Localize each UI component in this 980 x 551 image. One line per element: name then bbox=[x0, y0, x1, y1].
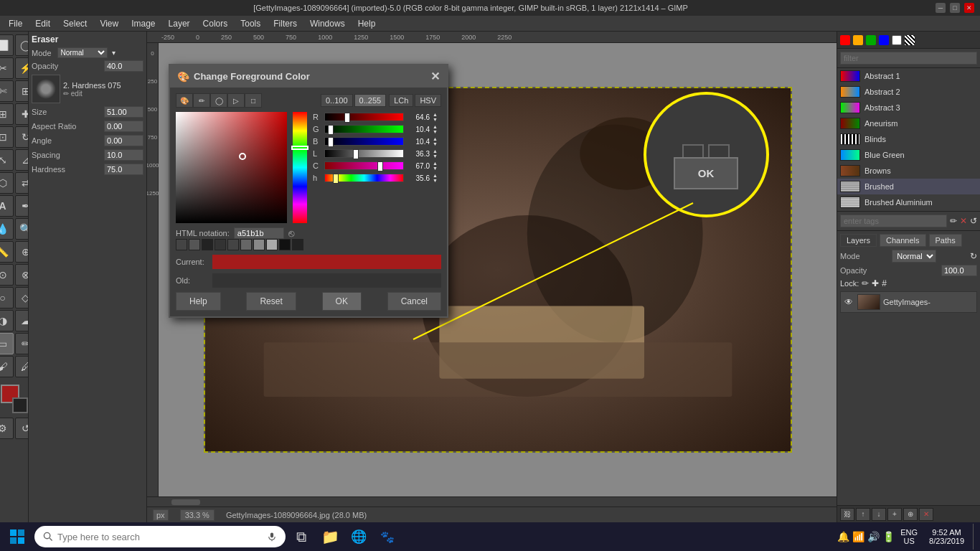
layer-item[interactable]: 👁 GettyImages- bbox=[840, 291, 977, 313]
minimize-button[interactable]: ─ bbox=[936, 3, 946, 13]
r-thumb[interactable] bbox=[344, 113, 350, 123]
swatch-2[interactable] bbox=[189, 239, 200, 250]
b-spinbox[interactable]: ▲ ▼ bbox=[433, 136, 441, 146]
html-open-external-icon[interactable]: ⎋ bbox=[288, 227, 294, 239]
spacing-input[interactable] bbox=[104, 149, 143, 161]
c-down[interactable]: ▼ bbox=[433, 166, 441, 171]
lock-alpha-icon[interactable]: # bbox=[882, 278, 887, 288]
rp-icon-5[interactable] bbox=[892, 35, 902, 45]
show-desktop-button[interactable] bbox=[973, 524, 977, 550]
swatch-8[interactable] bbox=[266, 239, 278, 250]
h-spinbox[interactable]: ▲ ▼ bbox=[433, 173, 441, 183]
background-color[interactable] bbox=[12, 397, 28, 413]
task-view-button[interactable]: ⧉ bbox=[288, 524, 314, 550]
b-slider[interactable] bbox=[324, 137, 404, 146]
tool-rect-select[interactable]: ⬜ bbox=[0, 34, 14, 56]
ok-button[interactable]: OK bbox=[322, 292, 362, 311]
menu-tools[interactable]: Tools bbox=[235, 17, 266, 30]
start-button[interactable] bbox=[3, 522, 32, 551]
tool-clone[interactable]: ⊙ bbox=[0, 264, 14, 286]
dialog-tab-pencil[interactable]: ✏ bbox=[193, 93, 210, 108]
dialog-tab-watercolor[interactable]: 🎨 bbox=[176, 93, 193, 108]
g-thumb[interactable] bbox=[328, 125, 334, 135]
layer-new-btn[interactable]: + bbox=[887, 508, 902, 521]
r-slider[interactable] bbox=[324, 113, 404, 121]
g-up[interactable]: ▲ bbox=[433, 124, 441, 129]
g-slider[interactable] bbox=[324, 125, 404, 133]
rp-icon-3[interactable] bbox=[866, 35, 876, 45]
tool-text[interactable]: A bbox=[0, 195, 14, 217]
reset-button[interactable]: Reset bbox=[246, 292, 296, 311]
scrollbar-horizontal[interactable] bbox=[147, 496, 837, 507]
size-input[interactable] bbox=[104, 106, 143, 118]
tool-scale[interactable]: ⤡ bbox=[0, 149, 14, 171]
maximize-button[interactable]: □ bbox=[950, 3, 960, 13]
r-down[interactable]: ▼ bbox=[433, 117, 441, 122]
color-mode-hsv[interactable]: HSV bbox=[415, 94, 441, 107]
swatch-10[interactable] bbox=[292, 239, 303, 250]
b-thumb[interactable] bbox=[328, 137, 334, 147]
system-clock[interactable]: 9:52 AM 8/23/2019 bbox=[923, 528, 970, 545]
filter-aneurism[interactable]: Aneurism bbox=[837, 116, 980, 131]
menu-windows[interactable]: Windows bbox=[304, 17, 351, 30]
layer-up-btn[interactable]: ↑ bbox=[856, 508, 870, 521]
menu-file[interactable]: File bbox=[3, 17, 28, 30]
hue-bar[interactable] bbox=[293, 112, 307, 223]
tool-blur[interactable]: ○ bbox=[0, 287, 14, 309]
tool-crop[interactable]: ⊡ bbox=[0, 126, 14, 148]
h-down[interactable]: ▼ bbox=[433, 178, 441, 183]
filter-abstract2[interactable]: Abstract 2 bbox=[837, 84, 980, 100]
tool-scissors[interactable]: ✄ bbox=[0, 80, 14, 102]
h-thumb[interactable] bbox=[333, 174, 339, 184]
layer-visibility-toggle[interactable]: 👁 bbox=[843, 296, 854, 308]
dialog-close-button[interactable]: ✕ bbox=[430, 70, 440, 83]
tool-dodge-burn[interactable]: ◑ bbox=[0, 310, 14, 331]
g-spinbox[interactable]: ▲ ▼ bbox=[433, 124, 441, 134]
tool-eraser[interactable]: ▭ bbox=[0, 333, 14, 354]
b-down[interactable]: ▼ bbox=[433, 141, 441, 146]
brush-edit-icon[interactable]: ✏ edit bbox=[63, 90, 121, 98]
h-up[interactable]: ▲ bbox=[433, 173, 441, 178]
swatch-6[interactable] bbox=[240, 239, 252, 250]
tool-smudge[interactable]: ☁ bbox=[15, 310, 29, 331]
filter-abstract1[interactable]: Abstract 1 bbox=[837, 68, 980, 84]
color-gradient-picker[interactable] bbox=[176, 112, 287, 223]
b-up[interactable]: ▲ bbox=[433, 136, 441, 141]
rp-icon-6[interactable] bbox=[905, 35, 915, 45]
rp-icon-1[interactable] bbox=[840, 35, 850, 45]
c-thumb[interactable] bbox=[377, 161, 383, 171]
network-icon[interactable]: 📶 bbox=[852, 531, 864, 542]
tool-heal[interactable]: ⊕ bbox=[15, 241, 29, 263]
tags-input[interactable] bbox=[840, 215, 947, 227]
hardness-input[interactable] bbox=[104, 164, 143, 175]
tool-path[interactable]: ✒ bbox=[15, 195, 29, 217]
c-slider[interactable] bbox=[324, 161, 404, 170]
menu-select[interactable]: Select bbox=[57, 17, 93, 30]
layer-copy-btn[interactable]: ⊕ bbox=[903, 508, 918, 521]
l-spinbox[interactable]: ▲ ▼ bbox=[433, 149, 441, 159]
tool-perspective[interactable]: ⬡ bbox=[0, 172, 14, 194]
tags-edit-icon[interactable]: ✏ bbox=[950, 216, 957, 226]
menu-edit[interactable]: Edit bbox=[29, 17, 56, 30]
swatch-9[interactable] bbox=[279, 239, 291, 250]
tool-align[interactable]: ⊞ bbox=[0, 103, 14, 125]
filter-input[interactable] bbox=[840, 52, 977, 65]
filter-blue-green[interactable]: Blue Green bbox=[837, 147, 980, 163]
lock-pixels-icon[interactable]: ✏ bbox=[862, 278, 869, 288]
filter-browns[interactable]: Browns bbox=[837, 163, 980, 179]
mode-select[interactable]: Normal bbox=[57, 47, 108, 58]
swatch-5[interactable] bbox=[227, 239, 239, 250]
html-notation-input[interactable] bbox=[234, 227, 284, 239]
layer-chain-icon[interactable]: ↻ bbox=[970, 251, 977, 261]
tool-options-btn[interactable]: ⚙ bbox=[0, 418, 14, 439]
aspect-ratio-input[interactable] bbox=[104, 121, 143, 132]
tool-ellipse-select[interactable]: ◯ bbox=[15, 34, 29, 56]
tool-sharpen[interactable]: ◇ bbox=[15, 287, 29, 309]
menu-filters[interactable]: Filters bbox=[268, 17, 303, 30]
filter-brushed[interactable]: Brushed bbox=[837, 179, 980, 194]
filter-blinds[interactable]: Blinds bbox=[837, 131, 980, 147]
tool-paint[interactable]: 🖌 bbox=[0, 356, 14, 377]
tool-flip[interactable]: ⇄ bbox=[15, 172, 29, 194]
color-mode-lch[interactable]: LCh bbox=[389, 94, 413, 107]
old-color-swatch[interactable] bbox=[212, 273, 441, 288]
